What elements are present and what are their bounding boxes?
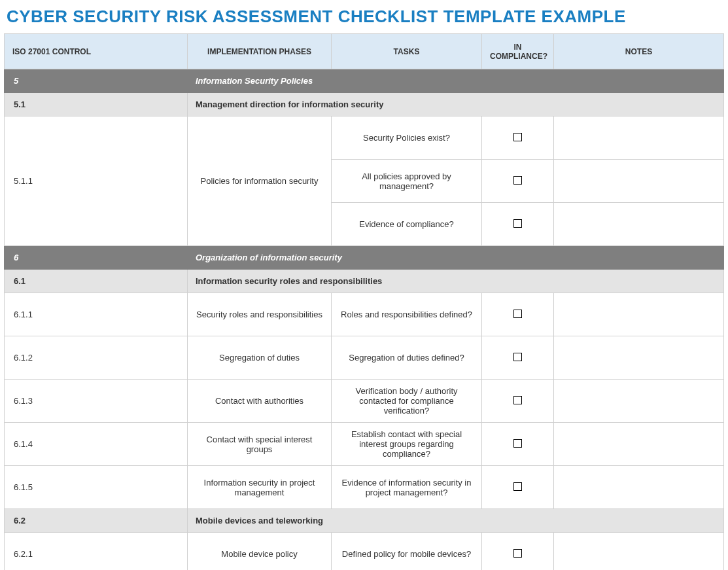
notes-cell[interactable] xyxy=(554,380,724,423)
checklist-table: ISO 27001 CONTROL IMPLEMENTATION PHASES … xyxy=(4,33,724,570)
section-header-minor: 5.1Management direction for information … xyxy=(5,93,724,116)
task-cell: Security Policies exist? xyxy=(332,116,482,160)
task-cell: Defined policy for mobile devices? xyxy=(332,533,482,571)
section-header-major: 5Information Security Policies xyxy=(5,69,724,93)
compliance-checkbox[interactable] xyxy=(513,482,522,491)
compliance-cell xyxy=(482,293,554,336)
section-number: 6 xyxy=(5,246,188,270)
control-id-cell: 6.1.4 xyxy=(5,423,188,466)
task-cell: Segregation of duties defined? xyxy=(332,336,482,380)
section-header-major: 6Organization of information security xyxy=(5,246,724,270)
compliance-cell xyxy=(482,533,554,571)
compliance-cell xyxy=(482,336,554,380)
control-id-cell: 6.1.2 xyxy=(5,336,188,380)
control-id-cell: 6.1.1 xyxy=(5,293,188,336)
notes-cell[interactable] xyxy=(554,293,724,336)
task-cell: Evidence of information security in proj… xyxy=(332,466,482,509)
implementation-phase-cell: Contact with special interest groups xyxy=(188,423,332,466)
compliance-cell xyxy=(482,116,554,160)
col-header-tasks: TASKS xyxy=(332,34,482,69)
implementation-phase-cell: Security roles and responsibilities xyxy=(188,293,332,336)
task-cell: Establish contact with special interest … xyxy=(332,423,482,466)
notes-cell[interactable] xyxy=(554,423,724,466)
table-row: 5.1.1Policies for information securitySe… xyxy=(5,116,724,160)
notes-cell[interactable] xyxy=(554,533,724,571)
control-id-cell: 6.1.3 xyxy=(5,380,188,423)
compliance-cell xyxy=(482,203,554,246)
compliance-checkbox[interactable] xyxy=(513,353,522,361)
control-id-cell: 6.1.5 xyxy=(5,466,188,509)
section-label: Management direction for information sec… xyxy=(188,93,724,116)
table-row: 6.1.1Security roles and responsibilities… xyxy=(5,293,724,336)
task-cell: Verification body / authority contacted … xyxy=(332,380,482,423)
compliance-cell xyxy=(482,466,554,509)
section-label: Organization of information security xyxy=(188,246,724,270)
compliance-checkbox[interactable] xyxy=(513,176,522,185)
implementation-phase-cell: Mobile device policy xyxy=(188,533,332,571)
section-header-minor: 6.1Information security roles and respon… xyxy=(5,270,724,293)
implementation-phase-cell: Contact with authorities xyxy=(188,380,332,423)
compliance-cell xyxy=(482,380,554,423)
compliance-cell xyxy=(482,160,554,203)
compliance-checkbox[interactable] xyxy=(513,396,522,404)
compliance-checkbox[interactable] xyxy=(513,549,522,558)
notes-cell[interactable] xyxy=(554,203,724,246)
section-number: 6.1 xyxy=(5,270,188,293)
task-cell: Evidence of compliance? xyxy=(332,203,482,246)
compliance-checkbox[interactable] xyxy=(513,133,522,141)
implementation-phase-cell: Information security in project manageme… xyxy=(188,466,332,509)
section-number: 5 xyxy=(5,69,188,93)
section-header-minor: 6.2Mobile devices and teleworking xyxy=(5,509,724,533)
col-header-notes: NOTES xyxy=(554,34,724,69)
control-id-cell: 5.1.1 xyxy=(5,116,188,246)
header-row: ISO 27001 CONTROL IMPLEMENTATION PHASES … xyxy=(5,34,724,69)
notes-cell[interactable] xyxy=(554,160,724,203)
table-row: 6.1.4Contact with special interest group… xyxy=(5,423,724,466)
table-row: 6.2.1Mobile device policyDefined policy … xyxy=(5,533,724,571)
col-header-phases: IMPLEMENTATION PHASES xyxy=(188,34,332,69)
notes-cell[interactable] xyxy=(554,466,724,509)
section-number: 5.1 xyxy=(5,93,188,116)
section-label: Mobile devices and teleworking xyxy=(188,509,724,533)
col-header-compliance: IN COMPLIANCE? xyxy=(482,34,554,69)
section-label: Information Security Policies xyxy=(188,69,724,93)
col-header-control: ISO 27001 CONTROL xyxy=(5,34,188,69)
implementation-phase-cell: Policies for information security xyxy=(188,116,332,246)
table-row: 6.1.3Contact with authoritiesVerificatio… xyxy=(5,380,724,423)
notes-cell[interactable] xyxy=(554,116,724,160)
notes-cell[interactable] xyxy=(554,336,724,380)
control-id-cell: 6.2.1 xyxy=(5,533,188,571)
implementation-phase-cell: Segregation of duties xyxy=(188,336,332,380)
section-number: 6.2 xyxy=(5,509,188,533)
table-row: 6.1.2Segregation of dutiesSegregation of… xyxy=(5,336,724,380)
compliance-checkbox[interactable] xyxy=(513,310,522,318)
compliance-checkbox[interactable] xyxy=(513,219,522,228)
compliance-cell xyxy=(482,423,554,466)
page-title: CYBER SECURITY RISK ASSESSMENT CHECKLIST… xyxy=(4,4,724,33)
section-label: Information security roles and responsib… xyxy=(188,270,724,293)
task-cell: Roles and responsibilities defined? xyxy=(332,293,482,336)
table-row: 6.1.5Information security in project man… xyxy=(5,466,724,509)
compliance-checkbox[interactable] xyxy=(513,439,522,448)
task-cell: All policies approved by management? xyxy=(332,160,482,203)
